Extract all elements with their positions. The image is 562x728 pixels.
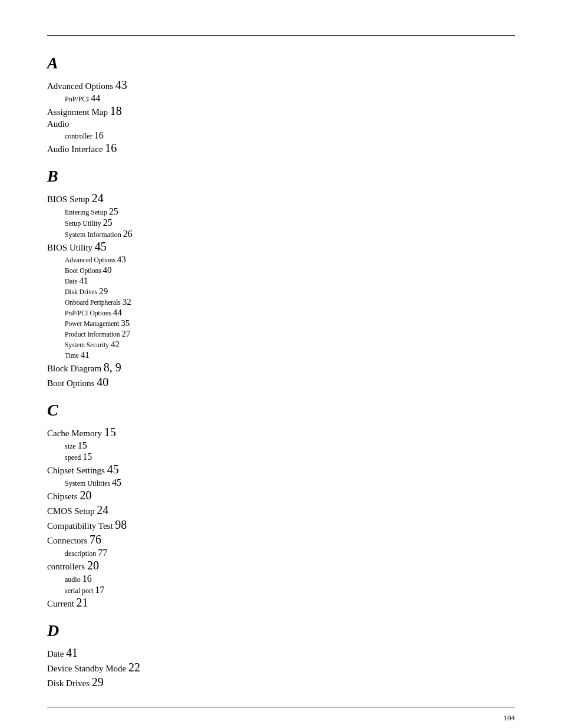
entry-pagenum: 40 <box>103 265 112 275</box>
entry-label: Boot Options <box>65 267 101 274</box>
index-content: AAdvanced Options 43PnP/PCI 44Assignment… <box>47 54 515 689</box>
page-number: 104 <box>47 713 515 723</box>
section-c: CCache Memory 15size 15speed 15Chipset S… <box>47 401 515 610</box>
entry-pagenum: 22 <box>128 661 140 674</box>
index-entry-level2: speed 15 <box>65 452 515 462</box>
entry-pagenum: 45 <box>95 240 107 253</box>
index-entry-level2: Power Management 35 <box>65 318 515 328</box>
index-entry-level2: Boot Options 40 <box>65 265 515 275</box>
entry-pagenum: 98 <box>115 518 127 531</box>
entry-label: Onboard Peripherals <box>65 299 121 306</box>
section-letter: B <box>47 167 515 186</box>
index-entry-level2: controller 16 <box>65 130 515 141</box>
page: AAdvanced Options 43PnP/PCI 44Assignment… <box>0 0 562 728</box>
entry-pagenum: 42 <box>111 340 120 349</box>
entry-pagenum: 20 <box>87 559 99 572</box>
index-entry-level2: Product Information 27 <box>65 329 515 339</box>
entry-label: description <box>65 549 96 558</box>
entry-label: System Information <box>65 230 121 239</box>
index-entry-level1: BIOS Utility 45 <box>47 240 515 253</box>
entry-pagenum: 25 <box>103 218 113 228</box>
entry-pagenum: 15 <box>78 440 87 450</box>
entry-label: System Security <box>65 341 109 348</box>
entry-label: Date <box>47 649 64 658</box>
index-entry-level1: Audio Interface 16 <box>47 141 515 155</box>
index-entry-level1: Boot Options 40 <box>47 375 515 389</box>
entry-label: Current <box>47 599 74 608</box>
index-entry-level1: Date 41 <box>47 646 515 660</box>
entry-label: Entering Setup <box>65 208 107 216</box>
entry-label: Power Management <box>65 320 119 327</box>
entry-pagenum: 32 <box>123 297 131 307</box>
entry-label: Audio <box>47 119 70 129</box>
entry-pagenum: 18 <box>110 104 122 117</box>
entry-pagenum: 29 <box>92 676 104 689</box>
entry-label: Block Diagram <box>47 364 101 373</box>
entry-pagenum: 44 <box>91 93 100 103</box>
entry-label: CMOS Setup <box>47 506 94 516</box>
entry-pagenum: 35 <box>121 318 130 328</box>
index-entry-level1: Compatibility Test 98 <box>47 518 515 532</box>
index-entry-level1: Audio <box>47 119 515 129</box>
entry-pagenum: 8, 9 <box>104 361 121 374</box>
section-a: AAdvanced Options 43PnP/PCI 44Assignment… <box>47 54 515 155</box>
index-entry-level1: Assignment Map 18 <box>47 104 515 118</box>
entry-label: Time <box>65 352 79 359</box>
entry-label: Setup Utility <box>65 219 101 228</box>
entry-label: BIOS Setup <box>47 195 90 204</box>
entry-label: Chipset Settings <box>47 466 105 475</box>
index-entry-level1: Disk Drives 29 <box>47 676 515 689</box>
entry-label: PnP/PCI Options <box>65 309 111 317</box>
index-entry-level2: PnP/PCI Options 44 <box>65 308 515 318</box>
index-entry-level2: Setup Utility 25 <box>65 218 515 228</box>
index-entry-level1: BIOS Setup 24 <box>47 192 515 205</box>
entry-label: speed <box>65 453 81 462</box>
index-entry-level1: Advanced Options 43 <box>47 78 515 92</box>
entry-label: Disk Drives <box>47 678 90 688</box>
entry-label: Assignment Map <box>47 107 108 117</box>
entry-label: Advanced Options <box>65 256 115 263</box>
index-entry-level2: PnP/PCI 44 <box>65 93 515 104</box>
index-entry-level2: Time 41 <box>65 350 515 360</box>
index-entry-level1: Chipset Settings 45 <box>47 463 515 476</box>
entry-label: System Utilities <box>65 479 110 487</box>
entry-label: Audio Interface <box>47 144 103 154</box>
entry-pagenum: 41 <box>81 350 90 360</box>
entry-label: audio <box>65 575 81 584</box>
entry-pagenum: 20 <box>80 489 91 502</box>
index-entry-level2: Advanced Options 43 <box>65 255 515 265</box>
index-entry-level1: Device Standby Mode 22 <box>47 661 515 674</box>
entry-pagenum: 21 <box>77 596 88 609</box>
entry-pagenum: 76 <box>90 533 101 546</box>
index-entry-level1: Cache Memory 15 <box>47 426 515 439</box>
entry-label: serial port <box>65 587 93 595</box>
entry-label: controller <box>65 132 92 140</box>
entry-label: size <box>65 442 76 450</box>
section-letter: A <box>47 54 515 73</box>
index-entry-level2: System Utilities 45 <box>65 477 515 488</box>
bottom-rule <box>47 707 515 707</box>
entry-pagenum: 15 <box>82 452 92 462</box>
section-letter: C <box>47 401 515 420</box>
entry-pagenum: 44 <box>113 308 122 317</box>
entry-label: BIOS Utility <box>47 243 92 252</box>
entry-label: Device Standby Mode <box>47 664 126 673</box>
entry-label: Boot Options <box>47 378 94 388</box>
entry-pagenum: 27 <box>121 329 130 338</box>
entry-label: PnP/PCI <box>65 95 89 103</box>
entry-pagenum: 29 <box>99 286 108 296</box>
entry-pagenum: 16 <box>94 130 104 140</box>
index-entry-level2: serial port 17 <box>65 585 515 595</box>
entry-pagenum: 16 <box>105 141 117 154</box>
index-entry-level2: Disk Drives 29 <box>65 286 515 297</box>
entry-pagenum: 16 <box>82 574 92 584</box>
index-entry-level1: Block Diagram 8, 9 <box>47 361 515 374</box>
index-entry-level2: audio 16 <box>65 574 515 584</box>
entry-label: Compatibility Test <box>47 521 113 531</box>
section-letter: D <box>47 621 515 640</box>
top-rule <box>47 35 515 36</box>
entry-label: Product Information <box>65 331 120 338</box>
entry-label: Cache Memory <box>47 429 102 438</box>
entry-pagenum: 15 <box>104 426 116 439</box>
index-entry-level1: CMOS Setup 24 <box>47 503 515 517</box>
